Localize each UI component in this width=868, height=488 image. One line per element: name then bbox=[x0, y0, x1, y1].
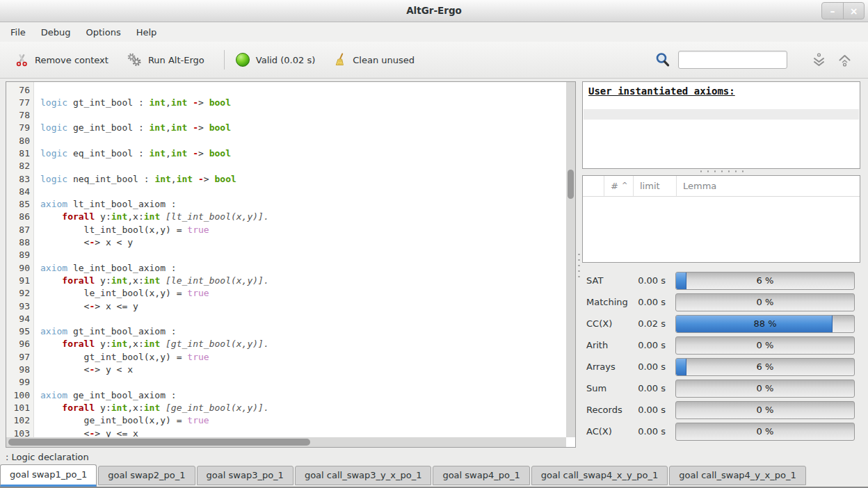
progress-text: 6 % bbox=[676, 273, 854, 289]
code-line bbox=[35, 109, 566, 122]
scissors-icon bbox=[15, 54, 29, 67]
tab-goal-swap3_po_1[interactable]: goal swap3_po_1 bbox=[197, 466, 294, 485]
stat-time: 0.00 s bbox=[634, 340, 666, 350]
code-area[interactable]: logic le_int_bool : int,int -> boollogic… bbox=[35, 82, 566, 437]
panel-splitter-handle[interactable] bbox=[577, 251, 581, 280]
line-number: 83 bbox=[6, 173, 33, 186]
tab-goal-swap1_po_1[interactable]: goal swap1_po_1 bbox=[0, 464, 97, 487]
progress-text: 88 % bbox=[676, 316, 854, 332]
progress-bar: 88 % bbox=[675, 315, 855, 333]
code-line bbox=[35, 249, 566, 261]
code-line: forall y:int,x:int [ge_int_bool(x,y)]. bbox=[35, 402, 566, 414]
line-number: 97 bbox=[6, 351, 33, 364]
line-number: 102 bbox=[6, 414, 33, 427]
code-line: forall y:int,x:int [le_int_bool(x,y)]. bbox=[35, 275, 566, 287]
code-line: forall y:int,x:int [lt_int_bool(x,y)]. bbox=[35, 211, 566, 223]
code-editor[interactable]: 7677787980818283848586878889909192939495… bbox=[6, 81, 576, 448]
tab-goal-call_swap4_y_x_po_1[interactable]: goal call_swap4_y_x_po_1 bbox=[669, 466, 806, 485]
lemma-column-limit[interactable]: limit bbox=[634, 176, 677, 196]
code-line: axiom ge_int_bool_axiom : bbox=[35, 389, 566, 402]
line-number: 87 bbox=[6, 224, 33, 236]
menu-bar: FileDebugOptionsHelp bbox=[0, 22, 868, 42]
goal-tabs: goal swap1_po_1goal swap2_po_1goal swap3… bbox=[0, 464, 868, 487]
lemma-column-#[interactable]: #^ bbox=[604, 176, 634, 196]
stat-time: 0.00 s bbox=[634, 297, 666, 307]
stat-row-sum: Sum0.00 s0 % bbox=[582, 377, 860, 399]
line-number: 81 bbox=[6, 147, 33, 160]
line-number: 86 bbox=[6, 211, 33, 223]
code-line: forall y:int,x:int [gt_int_bool(x,y)]. bbox=[35, 338, 566, 350]
window-title: AltGr-Ergo bbox=[0, 5, 868, 16]
stat-label: CC(X) bbox=[586, 318, 634, 329]
line-number: 84 bbox=[6, 186, 33, 198]
broom-icon bbox=[333, 53, 346, 67]
vertical-scrollbar-thumb[interactable] bbox=[568, 170, 574, 199]
code-line: <-> x <= y bbox=[35, 300, 566, 313]
code-line: axiom le_int_bool_axiom : bbox=[35, 262, 566, 275]
progress-bar: 0 % bbox=[675, 401, 855, 419]
close-button[interactable]: × bbox=[843, 3, 864, 19]
line-number: 77 bbox=[6, 97, 33, 109]
tab-goal-call_swap4_x_y_po_1[interactable]: goal call_swap4_x_y_po_1 bbox=[531, 466, 668, 485]
search-input[interactable] bbox=[678, 51, 787, 69]
solver-status: Valid (0.02 s) bbox=[236, 53, 315, 67]
clean-unused-button[interactable]: Clean unused bbox=[333, 53, 415, 67]
progress-text: 0 % bbox=[676, 423, 854, 440]
line-number: 96 bbox=[6, 338, 33, 350]
minimize-button[interactable]: – bbox=[822, 3, 843, 19]
stat-label: Arith bbox=[586, 340, 634, 350]
code-line bbox=[35, 84, 566, 97]
code-line bbox=[35, 313, 566, 325]
tab-goal-swap2_po_1[interactable]: goal swap2_po_1 bbox=[98, 466, 195, 485]
stat-label: Records bbox=[586, 405, 634, 415]
title-bar[interactable]: AltGr-Ergo – × bbox=[0, 0, 868, 22]
stat-row-arith: Arith0.00 s0 % bbox=[582, 334, 860, 356]
menu-item-debug[interactable]: Debug bbox=[33, 24, 79, 40]
instantiated-axioms-panel: User instantiated axioms: bbox=[582, 81, 860, 169]
stat-row-ac(x): AC(X)0.00 s0 % bbox=[582, 421, 860, 442]
go-down-icon[interactable] bbox=[811, 52, 827, 68]
code-line: <-> y <= x bbox=[35, 428, 566, 437]
progress-bar: 6 % bbox=[675, 272, 855, 290]
line-number: 103 bbox=[6, 428, 33, 437]
search-icon[interactable] bbox=[654, 51, 671, 68]
code-line: axiom gt_int_bool_axiom : bbox=[35, 325, 566, 338]
run-alt-ergo-button[interactable]: Run Alt-Ergo bbox=[127, 52, 204, 67]
stat-label: Sum bbox=[586, 383, 634, 393]
line-number: 100 bbox=[6, 389, 33, 402]
toolbar-separator bbox=[224, 50, 225, 70]
line-number: 85 bbox=[6, 198, 33, 211]
horizontal-scrollbar-thumb[interactable] bbox=[8, 439, 310, 446]
tab-goal-call_swap3_y_x_po_1[interactable]: goal call_swap3_y_x_po_1 bbox=[295, 466, 432, 485]
close-icon: × bbox=[850, 6, 858, 16]
code-line bbox=[35, 135, 566, 147]
line-number: 92 bbox=[6, 287, 33, 300]
stat-time: 0.02 s bbox=[634, 318, 666, 329]
code-line: lt_int_bool(x,y) = true bbox=[35, 224, 566, 236]
menu-item-file[interactable]: File bbox=[3, 24, 33, 40]
lemma-table: #^limitLemma bbox=[582, 175, 860, 263]
stat-row-records: Records0.00 s0 % bbox=[582, 399, 860, 421]
code-line: logic eq_int_bool : int,int -> bool bbox=[35, 147, 566, 160]
lemma-column-Lemma[interactable]: Lemma bbox=[677, 176, 860, 196]
vertical-scrollbar[interactable] bbox=[566, 82, 575, 437]
lemma-column-spacer[interactable] bbox=[583, 176, 604, 196]
horizontal-scrollbar[interactable] bbox=[6, 437, 566, 447]
line-number: 98 bbox=[6, 364, 33, 376]
stat-time: 0.00 s bbox=[634, 275, 666, 286]
progress-bar: 0 % bbox=[675, 293, 855, 311]
menu-item-help[interactable]: Help bbox=[129, 24, 165, 40]
sort-ascending-icon: ^ bbox=[622, 181, 627, 189]
line-number: 90 bbox=[6, 262, 33, 275]
remove-context-button[interactable]: Remove context bbox=[15, 54, 108, 67]
axioms-selected-row[interactable] bbox=[584, 109, 859, 120]
toolbar: Remove context Run Alt-Ergo Valid (0.02 … bbox=[0, 42, 868, 79]
axioms-table-splitter-handle[interactable] bbox=[700, 169, 744, 174]
menu-item-options[interactable]: Options bbox=[79, 24, 129, 40]
window-controls: – × bbox=[821, 2, 865, 19]
tab-goal-swap4_po_1[interactable]: goal swap4_po_1 bbox=[433, 466, 529, 485]
statistics-panel: SAT0.00 s6 %Matching0.00 s0 %CC(X)0.02 s… bbox=[582, 270, 860, 442]
code-line: <-> x < y bbox=[35, 236, 566, 249]
go-up-icon[interactable] bbox=[837, 52, 853, 68]
line-number: 101 bbox=[6, 402, 33, 414]
